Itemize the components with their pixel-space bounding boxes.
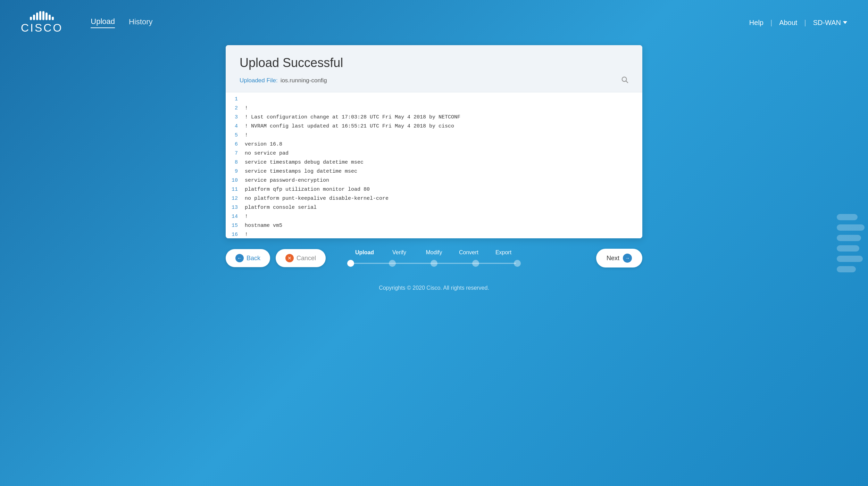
line-code: no service pad <box>245 150 289 156</box>
line-number: 6 <box>226 141 245 147</box>
table-row: 10service password-encryption <box>226 177 642 186</box>
step-label-upload: Upload <box>347 249 382 256</box>
line-code: ! Last configuration change at 17:03:28 … <box>245 114 460 120</box>
back-button[interactable]: ← Back <box>226 249 270 267</box>
line-number: 4 <box>226 123 245 129</box>
line-number: 5 <box>226 132 245 138</box>
line-code: hostname vm5 <box>245 223 282 229</box>
line-number: 16 <box>226 232 245 238</box>
logo-area: CISCO <box>21 11 63 34</box>
table-row: 9service timestamps log datetime msec <box>226 168 642 177</box>
line-number: 9 <box>226 168 245 174</box>
copyright-text: Copyrights © 2020 Cisco. All rights rese… <box>379 278 489 302</box>
nav-upload[interactable]: Upload <box>91 17 115 28</box>
table-row: 5! <box>226 132 642 141</box>
svg-line-1 <box>626 81 628 83</box>
step-dot-upload <box>347 260 354 267</box>
cancel-button[interactable]: ✕ Cancel <box>276 249 326 267</box>
stepper-track <box>347 260 521 267</box>
table-row: 15hostname vm5 <box>226 222 642 231</box>
nav-history[interactable]: History <box>129 17 152 28</box>
decorative-bars <box>837 214 868 272</box>
line-number: 3 <box>226 114 245 120</box>
line-number: 11 <box>226 187 245 192</box>
table-row: 12no platform punt-keepalive disable-ker… <box>226 195 642 204</box>
main-nav: Upload History <box>91 17 152 28</box>
line-number: 8 <box>226 159 245 165</box>
table-row: 4! NVRAM config last updated at 16:55:21… <box>226 123 642 132</box>
line-code: no platform punt-keepalive disable-kerne… <box>245 196 389 201</box>
next-button[interactable]: Next → <box>596 249 642 267</box>
table-row: 14! <box>226 213 642 222</box>
header-right: Help | About | SD-WAN <box>749 19 847 27</box>
step-dot-convert <box>472 260 479 267</box>
step-dot-export <box>514 260 521 267</box>
file-info: Uploaded File: ios.running-config <box>240 76 628 85</box>
back-label: Back <box>247 255 260 262</box>
deco-bar-6 <box>837 266 856 272</box>
line-number: 1 <box>226 96 245 102</box>
line-number: 12 <box>226 196 245 201</box>
header: CISCO Upload History Help | About | SD-W… <box>0 0 868 45</box>
card-header: Upload Successful Uploaded File: ios.run… <box>226 45 642 92</box>
line-number: 2 <box>226 105 245 111</box>
table-row: 13platform console serial <box>226 204 642 213</box>
step-label-modify: Modify <box>417 249 451 256</box>
svg-point-0 <box>622 77 627 82</box>
progress-stepper: UploadVerifyModifyConvertExport <box>347 249 521 267</box>
cancel-label: Cancel <box>297 255 316 262</box>
code-viewer: 12!3! Last configuration change at 17:03… <box>226 92 642 238</box>
line-number: 15 <box>226 223 245 229</box>
next-label: Next <box>607 255 619 262</box>
sdwan-label: SD-WAN <box>813 19 841 27</box>
cisco-logo-text: CISCO <box>21 22 63 34</box>
step-label-verify: Verify <box>382 249 417 256</box>
line-code: ! <box>245 132 248 138</box>
table-row: 6version 16.8 <box>226 141 642 150</box>
table-row: 3! Last configuration change at 17:03:28… <box>226 114 642 123</box>
back-icon: ← <box>235 254 244 262</box>
line-code: service password-encryption <box>245 178 329 183</box>
table-row: 7no service pad <box>226 150 642 159</box>
line-number: 7 <box>226 150 245 156</box>
deco-bar-5 <box>837 256 863 262</box>
cisco-logo: CISCO <box>21 11 63 34</box>
line-code: platform qfp utilization monitor load 80 <box>245 187 370 192</box>
deco-bar-4 <box>837 245 859 252</box>
content-card: Upload Successful Uploaded File: ios.run… <box>226 45 642 238</box>
file-name: ios.running-config <box>281 77 327 84</box>
main-content: Upload Successful Uploaded File: ios.run… <box>0 45 868 486</box>
line-number: 10 <box>226 178 245 183</box>
stepper-labels: UploadVerifyModifyConvertExport <box>347 249 521 256</box>
step-label-export: Export <box>486 249 521 256</box>
table-row: 16! <box>226 231 642 238</box>
line-number: 13 <box>226 205 245 211</box>
line-code: service timestamps log datetime msec <box>245 168 357 174</box>
search-icon-btn[interactable] <box>621 76 628 85</box>
table-row: 8service timestamps debug datetime msec <box>226 159 642 168</box>
divider-2: | <box>804 19 806 27</box>
step-dot-modify <box>431 260 437 267</box>
footer-area: ← Back ✕ Cancel UploadVerifyModifyConver… <box>226 238 642 278</box>
about-link[interactable]: About <box>779 19 797 27</box>
step-dot-verify <box>389 260 396 267</box>
deco-bar-2 <box>837 224 865 231</box>
deco-bar-3 <box>837 235 861 241</box>
sdwan-dropdown[interactable]: SD-WAN <box>813 19 847 27</box>
line-code: ! NVRAM config last updated at 16:55:21 … <box>245 123 454 129</box>
cancel-icon: ✕ <box>285 254 294 262</box>
help-link[interactable]: Help <box>749 19 763 27</box>
line-code: ! <box>245 232 248 238</box>
line-code: platform console serial <box>245 205 317 211</box>
page-title: Upload Successful <box>240 56 628 70</box>
table-row: 2! <box>226 105 642 114</box>
cisco-bars-icon <box>30 11 54 20</box>
file-label: Uploaded File: <box>240 77 278 84</box>
divider-1: | <box>770 19 772 27</box>
next-icon: → <box>623 254 632 263</box>
chevron-down-icon <box>843 21 847 24</box>
line-code: version 16.8 <box>245 141 282 147</box>
table-row: 11platform qfp utilization monitor load … <box>226 186 642 195</box>
line-code: ! <box>245 105 248 111</box>
table-row: 1 <box>226 96 642 105</box>
